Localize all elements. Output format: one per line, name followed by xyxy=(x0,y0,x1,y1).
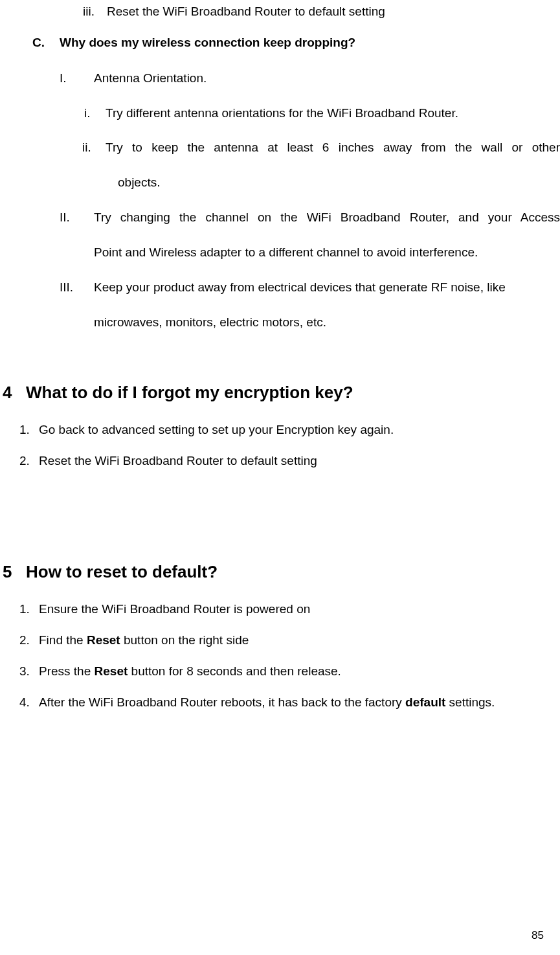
list-text: Go back to advanced setting to set up yo… xyxy=(39,421,394,439)
list-text-continuation: objects. xyxy=(118,174,160,192)
list-text: Antenna Orientation. xyxy=(94,70,207,87)
list-marker: II. xyxy=(60,209,70,227)
list-text-continuation: microwaves, monitors, electric motors, e… xyxy=(94,314,326,331)
list-text: Keep your product away from electrical d… xyxy=(94,279,506,297)
list-marker: III. xyxy=(60,279,73,297)
section-number: 4 xyxy=(3,381,12,404)
text-fragment: Press the xyxy=(39,664,95,678)
list-text: Reset the WiFi Broadband Router to defau… xyxy=(107,3,385,21)
section-heading: What to do if I forgot my encryption key… xyxy=(26,381,353,404)
list-text: Press the Reset button for 8 seconds and… xyxy=(39,663,341,680)
list-marker: i. xyxy=(84,105,91,122)
list-marker: 1. xyxy=(19,601,30,618)
list-text: Try to keep the antenna at least 6 inche… xyxy=(106,139,560,157)
list-text: Find the Reset button on the right side xyxy=(39,632,249,649)
list-marker: 1. xyxy=(19,421,30,439)
list-marker: 2. xyxy=(19,632,30,649)
list-marker: ii. xyxy=(82,139,91,157)
list-text: After the WiFi Broadband Router reboots,… xyxy=(39,694,495,712)
list-text: Try changing the channel on the WiFi Bro… xyxy=(94,209,560,227)
bold-term: Reset xyxy=(87,633,120,647)
text-fragment: button for 8 seconds and then release. xyxy=(128,664,341,678)
list-text-continuation: Point and Wireless adapter to a differen… xyxy=(94,244,478,262)
section-number: 5 xyxy=(3,560,12,583)
text-fragment: settings. xyxy=(445,695,495,709)
list-marker: C. xyxy=(32,34,45,52)
page-number: 85 xyxy=(532,929,544,942)
text-fragment: button on the right side xyxy=(120,633,249,647)
list-marker: 4. xyxy=(19,694,30,712)
list-marker: 2. xyxy=(19,453,30,470)
list-marker: iii. xyxy=(83,3,95,21)
bold-term: Reset xyxy=(95,664,128,678)
section-heading: How to reset to default? xyxy=(26,560,218,583)
text-fragment: After the WiFi Broadband Router reboots,… xyxy=(39,695,405,709)
list-text: Try different antenna orientations for t… xyxy=(106,105,458,122)
question-heading: Why does my wireless connection keep dro… xyxy=(60,34,355,52)
list-text: Ensure the WiFi Broadband Router is powe… xyxy=(39,601,310,618)
document-page: iii. Reset the WiFi Broadband Router to … xyxy=(0,0,560,955)
bold-term: default xyxy=(405,695,445,709)
list-text: Reset the WiFi Broadband Router to defau… xyxy=(39,453,317,470)
list-marker: 3. xyxy=(19,663,30,680)
list-marker: I. xyxy=(60,70,67,87)
text-fragment: Find the xyxy=(39,633,87,647)
